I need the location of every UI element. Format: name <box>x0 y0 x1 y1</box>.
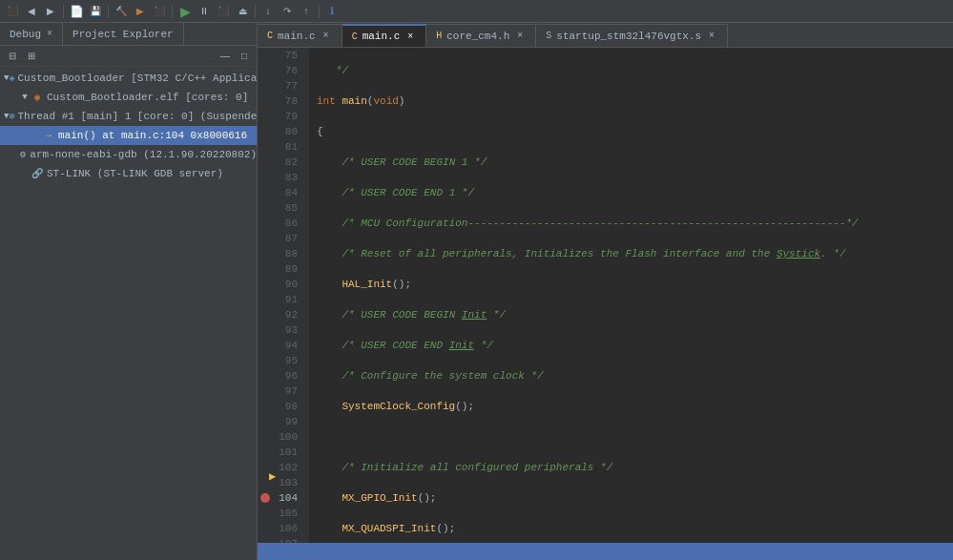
tab-icon-4: S <box>546 31 551 41</box>
code-90: MX_QUADSPI_Init(); <box>317 521 455 536</box>
disconnect[interactable]: ⏏ <box>234 3 251 20</box>
main-area: Debug × Project Explorer ⊟ ⊞ — □ ▼ ◈ Cus… <box>0 23 953 560</box>
run-debug[interactable]: ▶ <box>132 3 149 20</box>
line-90: MX_QUADSPI_Init(); <box>317 521 953 536</box>
editor-content[interactable]: 75 76 77 78 79 80 81 82 83 84 85 86 87 8… <box>258 48 953 543</box>
ln-80: 80 <box>273 124 303 139</box>
code-lines[interactable]: */ int main(void) { /* USER CODE BEGIN 1… <box>309 48 953 543</box>
step-out[interactable]: ↑ <box>298 3 315 20</box>
ln-107: 107 <box>273 536 303 543</box>
debug-close[interactable]: × <box>47 29 52 39</box>
line-78: /* USER CODE BEGIN 1 */ <box>317 155 953 170</box>
ln-100: 100 <box>273 429 303 445</box>
step-over[interactable]: ↷ <box>279 3 296 20</box>
code-76: int main(void) <box>317 93 404 109</box>
sep5 <box>319 5 320 18</box>
ln-84: 84 <box>273 185 303 200</box>
ln-97: 97 <box>273 384 303 399</box>
debug-btn[interactable]: ⬛ <box>4 3 21 20</box>
tree-item-4[interactable]: ⚙ arm-none-eabi-gdb (12.1.90.20220802) <box>0 145 257 164</box>
line-75: */ <box>317 63 953 78</box>
build[interactable]: 🔨 <box>113 3 130 20</box>
suspend[interactable]: ⏸ <box>196 3 213 20</box>
line-77: { <box>317 124 953 139</box>
code-82: HAL_Init(); <box>317 277 411 292</box>
tab-close-2[interactable]: × <box>404 31 416 42</box>
ln-76: 76 <box>273 63 303 78</box>
code-84: /* USER CODE END Init */ <box>317 338 493 353</box>
ln-94: 94 <box>273 338 303 353</box>
tab-icon-1: C <box>267 31 273 41</box>
line-numbers: 75 76 77 78 79 80 81 82 83 84 85 86 87 8… <box>273 48 309 543</box>
info[interactable]: ℹ <box>323 3 341 20</box>
back-btn[interactable]: ◀ <box>23 3 40 20</box>
tab-startup[interactable]: S startup_stm32l476vgtx.s × <box>536 24 728 47</box>
tree-label-1: Custom_Bootloader.elf [cores: 0] <box>47 92 248 103</box>
project-tab[interactable]: Project Explorer <box>63 23 184 45</box>
line-76: int main(void) <box>317 93 953 109</box>
tree-label-5: ST-LINK (ST-LINK GDB server) <box>47 168 223 179</box>
tree-item-3[interactable]: → main() at main.c:104 0x8000616 <box>0 126 257 145</box>
ln-82: 82 <box>273 155 303 170</box>
frame-icon: → <box>42 129 55 142</box>
tree-item-5[interactable]: 🔗 ST-LINK (ST-LINK GDB server) <box>0 164 257 183</box>
stlink-icon: 🔗 <box>31 167 44 180</box>
stop[interactable]: ⬛ <box>151 3 168 20</box>
thread-icon: ⊛ <box>9 110 14 123</box>
ln-88: 88 <box>273 246 303 261</box>
ln-81: 81 <box>273 139 303 155</box>
ln-96: 96 <box>273 368 303 384</box>
tree-item-2[interactable]: ▼ ⊛ Thread #1 [main] 1 [core: 0] (Suspen… <box>0 107 257 126</box>
line-81: /* Reset of all peripherals, Initializes… <box>317 246 953 261</box>
collapse-all-btn[interactable]: ⊟ <box>4 48 21 65</box>
tab-close-3[interactable]: × <box>514 31 526 42</box>
code-78: /* USER CODE BEGIN 1 */ <box>317 155 487 170</box>
ln-93: 93 <box>273 322 303 338</box>
expand-all-btn[interactable]: ⊞ <box>23 48 40 65</box>
ide-icon: ◈ <box>9 72 14 85</box>
ln-102: 102 <box>273 460 303 475</box>
ln-85: 85 <box>273 200 303 216</box>
tab-close-4[interactable]: × <box>706 31 717 42</box>
fwd-btn[interactable]: ▶ <box>42 3 59 20</box>
tree-label-4: arm-none-eabi-gdb (12.1.90.20220802) <box>30 149 257 160</box>
breakpoint-104 <box>260 493 270 503</box>
ln-106: 106 <box>273 521 303 536</box>
save[interactable]: 💾 <box>87 3 104 20</box>
tab-main-c-1[interactable]: C main.c × <box>258 24 342 47</box>
debug-tab[interactable]: Debug × <box>0 23 63 45</box>
ln-91: 91 <box>273 292 303 307</box>
step-into[interactable]: ↓ <box>259 3 277 20</box>
tree-item-0[interactable]: ▼ ◈ Custom_Bootloader [STM32 C/C++ Appli… <box>0 69 257 88</box>
ln-77: 77 <box>273 78 303 93</box>
tab-core-cm4[interactable]: H core_cm4.h × <box>426 24 536 47</box>
sep3 <box>172 5 173 18</box>
tab-main-c-2[interactable]: C main.c × <box>342 24 427 47</box>
ln-75: 75 <box>273 48 303 63</box>
maximize-panel-btn[interactable]: □ <box>236 48 253 65</box>
code-80: /* MCU Configuration--------------------… <box>317 216 859 231</box>
terminate[interactable]: ⬛ <box>215 3 232 20</box>
code-77: { <box>317 124 323 139</box>
code-88: /* Initialize all configured peripherals… <box>317 460 612 475</box>
main-toolbar: ⬛ ◀ ▶ 📄 💾 🔨 ▶ ⬛ ▶ ⏸ ⬛ ⏏ ↓ ↷ ↑ ℹ <box>0 0 953 23</box>
line-84: /* USER CODE END Init */ <box>317 338 953 353</box>
sep4 <box>255 5 256 18</box>
tab-label-1: main.c <box>278 31 316 42</box>
line-83: /* USER CODE BEGIN Init */ <box>317 307 953 322</box>
code-89: MX_GPIO_Init(); <box>317 490 436 506</box>
ln-98: 98 <box>273 399 303 414</box>
code-86: SystemClock_Config(); <box>317 399 474 414</box>
ln-95: 95 <box>273 353 303 368</box>
line-79: /* USER CODE END 1 */ <box>317 185 953 200</box>
code-85: /* Configure the system clock */ <box>317 368 544 384</box>
minimize-panel-btn[interactable]: — <box>217 48 234 65</box>
tab-icon-3: H <box>436 31 442 41</box>
arrow-5 <box>19 168 31 179</box>
project-label: Project Explorer <box>73 29 174 40</box>
tree-item-1[interactable]: ▼ ◉ Custom_Bootloader.elf [cores: 0] <box>0 88 257 107</box>
resume[interactable]: ▶ <box>176 3 194 20</box>
tab-close-1[interactable]: × <box>321 31 332 42</box>
line-88: /* Initialize all configured peripherals… <box>317 460 953 475</box>
new-file[interactable]: 📄 <box>68 3 85 20</box>
